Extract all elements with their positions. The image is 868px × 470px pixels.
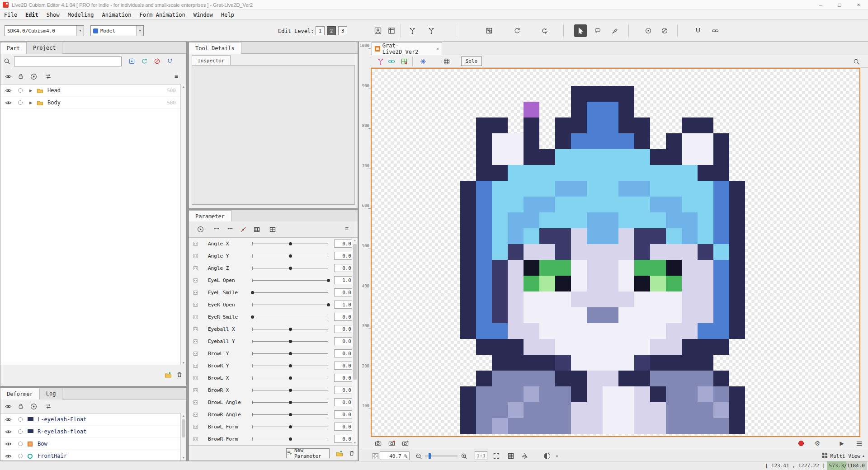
slider-handle[interactable] xyxy=(289,425,292,428)
parameter-slider[interactable] xyxy=(252,341,328,342)
parameter-key-icon[interactable] xyxy=(193,436,198,443)
slider-handle[interactable] xyxy=(289,413,292,416)
view-filter-2-button[interactable] xyxy=(658,24,671,37)
expand-all-icon[interactable] xyxy=(30,73,37,80)
parameter-key-icon[interactable] xyxy=(193,338,198,346)
parameter-slider[interactable] xyxy=(252,366,328,366)
lasso-tool-button[interactable] xyxy=(591,24,604,37)
solo-radio-icon[interactable] xyxy=(18,453,23,459)
deformer-row[interactable]: L-eyelash-Float xyxy=(0,414,180,426)
scroll-up-icon[interactable]: ▲ xyxy=(181,413,186,418)
mesh-edit-icon[interactable] xyxy=(399,56,410,67)
scroll-up-icon[interactable]: ▲ xyxy=(181,84,186,89)
parameter-slider[interactable] xyxy=(252,244,328,244)
chevron-down-icon[interactable]: ▼ xyxy=(552,451,561,461)
snapshot-record-icon[interactable] xyxy=(386,438,397,449)
grid-icon[interactable] xyxy=(441,56,452,67)
tab-part[interactable]: Part xyxy=(0,42,27,54)
solo-radio-icon[interactable] xyxy=(18,441,23,446)
parameter-slider[interactable] xyxy=(252,353,328,354)
arrow-select-tool-button[interactable] xyxy=(574,24,587,37)
menu-modeling[interactable]: Modeling xyxy=(64,12,98,18)
solo-radio-icon[interactable] xyxy=(18,429,23,434)
parameter-value[interactable]: 1.0 xyxy=(334,301,352,309)
parameter-value[interactable]: 0.0 xyxy=(334,435,352,443)
maximize-button[interactable]: □ xyxy=(830,0,849,10)
contrast-icon[interactable] xyxy=(542,451,552,461)
slider-handle[interactable] xyxy=(289,254,292,258)
slider-handle[interactable] xyxy=(251,315,254,319)
grid-settings-2-icon[interactable] xyxy=(269,226,276,233)
zoom-slider-handle[interactable] xyxy=(429,453,431,459)
parameter-key-icon[interactable] xyxy=(193,277,198,285)
flip-view-icon[interactable] xyxy=(520,451,529,461)
parameter-value[interactable]: 0.0 xyxy=(334,398,352,406)
parameter-value[interactable]: 0.0 xyxy=(334,337,352,345)
swap-icon[interactable] xyxy=(45,73,52,80)
multi-view-grid-icon[interactable] xyxy=(821,452,828,460)
menu-form-animation[interactable]: Form Animation xyxy=(136,12,189,18)
tab-project[interactable]: Project xyxy=(27,42,63,54)
parameter-slider[interactable] xyxy=(252,329,328,329)
eye-icon[interactable] xyxy=(5,87,12,94)
glue-icon[interactable] xyxy=(386,56,397,67)
fit-view-icon[interactable] xyxy=(492,451,501,461)
tree-row-head[interactable]: ▶ Head 500 xyxy=(0,85,180,97)
parameter-value[interactable]: 0.0 xyxy=(334,362,352,370)
grid-toggle-icon[interactable] xyxy=(506,451,515,461)
delete-keyform-icon[interactable] xyxy=(240,226,247,233)
menu-help[interactable]: Help xyxy=(217,12,238,18)
tree-row-body[interactable]: ▶ Body 500 xyxy=(0,97,180,109)
lock-icon[interactable] xyxy=(18,403,24,409)
parameter-key-icon[interactable] xyxy=(193,400,198,407)
scroll-down-icon[interactable]: ▼ xyxy=(181,455,186,461)
slider-handle[interactable] xyxy=(289,389,292,392)
eye-icon[interactable] xyxy=(5,403,12,410)
slider-handle[interactable] xyxy=(327,303,330,306)
list-view-icon[interactable] xyxy=(854,438,864,449)
menu-icon[interactable]: ≡ xyxy=(175,73,178,80)
parameter-slider[interactable] xyxy=(252,268,328,268)
menu-file[interactable]: File xyxy=(0,12,21,18)
solo-radio-icon[interactable] xyxy=(18,417,23,422)
slider-handle[interactable] xyxy=(289,364,292,367)
parameter-value[interactable]: 0.0 xyxy=(334,386,352,394)
search-filter-icon[interactable] xyxy=(4,58,10,65)
menu-show[interactable]: Show xyxy=(42,12,64,18)
parameter-key-icon[interactable] xyxy=(193,314,198,321)
parameter-value[interactable]: 0.0 xyxy=(334,264,352,272)
minimize-button[interactable]: – xyxy=(811,0,830,10)
eye-icon[interactable] xyxy=(5,416,12,423)
deformer-row[interactable]: Bow xyxy=(0,438,180,450)
lock-icon[interactable] xyxy=(18,73,24,80)
view-filter-1-button[interactable] xyxy=(642,24,655,37)
slider-handle[interactable] xyxy=(289,267,292,270)
record-button[interactable] xyxy=(796,438,807,449)
eye-icon[interactable] xyxy=(5,428,12,435)
parameter-key-icon[interactable] xyxy=(193,351,198,358)
expand-chevron-icon[interactable]: ▶ xyxy=(29,101,32,105)
keyform-3-icon[interactable] xyxy=(226,226,234,231)
parameter-value[interactable]: 0.0 xyxy=(334,313,352,321)
rotate-deformer-tool-button[interactable] xyxy=(511,24,524,37)
play-all-icon[interactable] xyxy=(197,226,204,233)
filter-view-icon[interactable] xyxy=(128,58,135,65)
snapshot-settings-icon[interactable] xyxy=(400,438,410,449)
edit-level-2[interactable]: 2 xyxy=(327,26,336,35)
slider-handle[interactable] xyxy=(289,340,292,343)
expand-all-icon[interactable] xyxy=(30,403,37,410)
zoom-100-button[interactable]: 1:1 xyxy=(475,451,487,460)
tool-details-title[interactable]: Tool Details xyxy=(189,42,241,54)
trash-icon[interactable] xyxy=(349,450,355,456)
parameter-value[interactable]: 0.0 xyxy=(334,288,352,296)
slider-handle[interactable] xyxy=(289,328,292,331)
parameter-slider[interactable] xyxy=(252,378,328,378)
zoom-out-icon[interactable] xyxy=(414,451,423,461)
eye-icon[interactable] xyxy=(5,73,12,80)
magnet-icon[interactable] xyxy=(166,58,173,65)
deformer-scrollbar[interactable]: ▲ ▼ xyxy=(180,413,186,461)
parameter-slider[interactable] xyxy=(252,427,328,427)
deform-path-auto-tool-button[interactable] xyxy=(425,24,438,37)
deform-path-edit-icon[interactable] xyxy=(375,56,386,67)
mode-select[interactable]: Model ▼ xyxy=(90,25,144,36)
